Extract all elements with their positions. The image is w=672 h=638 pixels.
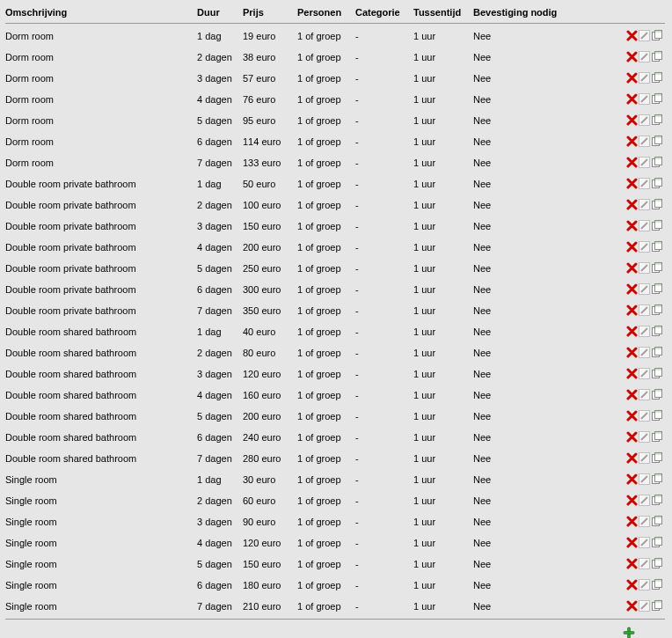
edit-icon[interactable]: [639, 558, 650, 571]
delete-icon[interactable]: [626, 326, 638, 339]
delete-icon[interactable]: [626, 537, 638, 550]
edit-icon[interactable]: [639, 410, 650, 423]
edit-icon[interactable]: [639, 220, 650, 233]
cell-prijs: 40 euro: [243, 321, 297, 342]
delete-icon[interactable]: [626, 410, 638, 423]
cell-duur: 7 dagen: [197, 300, 243, 321]
copy-icon[interactable]: [651, 473, 663, 487]
cell-personen: 1 of groep: [297, 469, 355, 490]
delete-icon[interactable]: [626, 600, 638, 613]
edit-icon[interactable]: [639, 51, 650, 64]
edit-icon[interactable]: [639, 30, 650, 43]
copy-icon[interactable]: [651, 177, 663, 191]
copy-icon[interactable]: [651, 240, 663, 254]
edit-icon[interactable]: [639, 199, 650, 212]
edit-icon[interactable]: [639, 516, 650, 529]
cell-tussentijd: 1 uur: [413, 68, 473, 89]
copy-icon[interactable]: [651, 599, 663, 613]
copy-icon[interactable]: [651, 367, 663, 381]
svg-rect-23: [655, 136, 661, 138]
svg-rect-87: [655, 474, 661, 476]
copy-icon[interactable]: [651, 135, 663, 149]
copy-icon[interactable]: [651, 261, 663, 275]
copy-icon[interactable]: [651, 29, 663, 43]
delete-icon[interactable]: [626, 579, 638, 592]
edit-icon[interactable]: [639, 304, 650, 318]
edit-icon[interactable]: [639, 431, 650, 444]
copy-icon[interactable]: [651, 156, 663, 170]
cell-omschrijving: Double room private bathroom: [5, 300, 197, 321]
delete-icon[interactable]: [626, 30, 638, 43]
edit-icon[interactable]: [639, 368, 650, 381]
delete-icon[interactable]: [626, 93, 638, 106]
delete-icon[interactable]: [626, 51, 638, 64]
delete-icon[interactable]: [626, 199, 638, 212]
copy-icon[interactable]: [651, 388, 663, 402]
edit-icon[interactable]: [639, 452, 650, 466]
copy-icon[interactable]: [651, 578, 663, 592]
delete-icon[interactable]: [626, 347, 638, 360]
copy-icon[interactable]: [651, 409, 663, 423]
delete-icon[interactable]: [626, 389, 638, 402]
delete-icon[interactable]: [626, 283, 638, 297]
delete-icon[interactable]: [626, 157, 638, 170]
copy-icon[interactable]: [651, 515, 663, 529]
edit-icon[interactable]: [639, 262, 650, 275]
edit-icon[interactable]: [639, 537, 650, 550]
copy-icon[interactable]: [651, 430, 663, 444]
copy-icon[interactable]: [651, 282, 663, 297]
edit-icon[interactable]: [639, 241, 650, 254]
copy-icon[interactable]: [651, 451, 663, 466]
delete-icon[interactable]: [626, 558, 638, 571]
copy-icon[interactable]: [651, 494, 663, 508]
copy-icon[interactable]: [651, 71, 663, 85]
edit-icon[interactable]: [639, 178, 650, 191]
edit-icon[interactable]: [639, 389, 650, 402]
cell-omschrijving: Single room: [5, 490, 197, 511]
delete-icon[interactable]: [626, 241, 638, 254]
edit-icon[interactable]: [639, 600, 650, 613]
copy-icon[interactable]: [651, 325, 663, 339]
edit-icon[interactable]: [639, 136, 650, 149]
cell-personen: 1 of groep: [297, 427, 355, 448]
delete-icon[interactable]: [626, 220, 638, 233]
copy-icon[interactable]: [651, 536, 663, 550]
edit-icon[interactable]: [639, 93, 650, 106]
copy-icon[interactable]: [651, 50, 663, 64]
copy-icon[interactable]: [651, 219, 663, 233]
cell-actions: [584, 26, 665, 47]
edit-icon[interactable]: [639, 347, 650, 360]
edit-icon[interactable]: [639, 326, 650, 339]
add-icon[interactable]: [623, 627, 635, 638]
cell-categorie: -: [355, 300, 413, 321]
edit-icon[interactable]: [639, 473, 650, 487]
copy-icon[interactable]: [651, 92, 663, 106]
delete-icon[interactable]: [626, 368, 638, 381]
delete-icon[interactable]: [626, 114, 638, 128]
delete-icon[interactable]: [626, 473, 638, 487]
copy-icon[interactable]: [651, 304, 663, 318]
col-personen: Personen: [297, 5, 355, 21]
delete-icon[interactable]: [626, 262, 638, 275]
copy-icon[interactable]: [651, 198, 663, 212]
edit-icon[interactable]: [639, 283, 650, 297]
delete-icon[interactable]: [626, 72, 638, 85]
edit-icon[interactable]: [639, 72, 650, 85]
edit-icon[interactable]: [639, 157, 650, 170]
delete-icon[interactable]: [626, 304, 638, 318]
delete-icon[interactable]: [626, 452, 638, 466]
cell-omschrijving: Double room shared bathroom: [5, 427, 197, 448]
copy-icon[interactable]: [651, 346, 663, 360]
delete-icon[interactable]: [626, 495, 638, 508]
delete-icon[interactable]: [626, 136, 638, 149]
edit-icon[interactable]: [639, 579, 650, 592]
delete-icon[interactable]: [626, 178, 638, 191]
copy-icon[interactable]: [651, 557, 663, 571]
edit-icon[interactable]: [639, 495, 650, 508]
delete-icon[interactable]: [626, 431, 638, 444]
cell-prijs: 100 euro: [243, 194, 297, 216]
delete-icon[interactable]: [626, 516, 638, 529]
cell-categorie: -: [355, 194, 413, 216]
copy-icon[interactable]: [651, 114, 663, 128]
edit-icon[interactable]: [639, 114, 650, 128]
